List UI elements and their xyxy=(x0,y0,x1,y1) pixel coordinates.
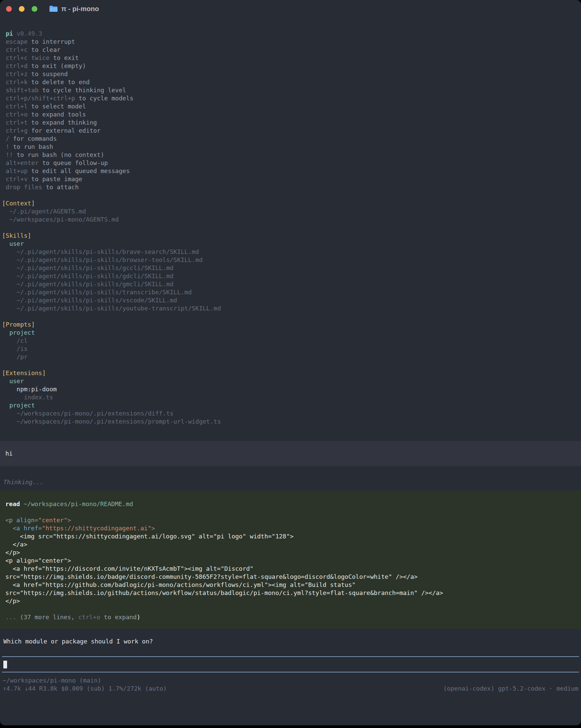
shortcut-line: ctrl+g for external editor xyxy=(2,127,581,135)
text-token: to edit all queued messages xyxy=(28,167,130,175)
shortcut-line: shift+tab to cycle thinking level xyxy=(2,86,581,94)
section-item: ~/.pi/agent/skills/pi-skills/gdcli/SKILL… xyxy=(2,272,581,280)
text-token: npm:pi-doom xyxy=(2,386,57,393)
tool-call-read: read ~/workspaces/pi-mono/README.md <p a… xyxy=(0,491,581,629)
text-token: ~/.pi/agent/skills/pi-skills/gmcli/SKILL… xyxy=(2,281,174,288)
shortcut-line: ctrl+o to expand tools xyxy=(2,110,581,119)
text-token: escape xyxy=(6,38,28,45)
section-item: /is xyxy=(2,345,581,353)
section-item: /cl xyxy=(2,337,581,345)
text-token: alt+enter xyxy=(6,159,39,166)
text-token: ctrl+t xyxy=(6,119,28,126)
code-line: <a href="https://shittycodingagent.ai"> xyxy=(5,524,576,532)
tool-call-header: read ~/workspaces/pi-mono/README.md xyxy=(5,500,576,508)
spacer xyxy=(13,30,17,37)
shortcut-line: escape to interrupt xyxy=(2,38,581,46)
text-token: ctrl+d xyxy=(6,62,28,69)
folder-icon xyxy=(49,5,58,12)
text-token: <a href="https://github.com/badlogic/pi-… xyxy=(5,581,355,588)
tool-argument-path: ~/workspaces/pi-mono/README.md xyxy=(24,500,133,508)
text-token: to run bash (no context) xyxy=(13,151,104,158)
shortcut-line: ctrl+l to select model xyxy=(2,102,581,110)
text-token: = xyxy=(38,525,42,532)
text-token: <a href="https://discord.com/invite/nKXT… xyxy=(5,565,254,572)
shortcut-help-list: escape to interruptctrl+c to clearctrl+c… xyxy=(2,38,581,191)
tool-output-code: <p align="center"> <a href="https://shit… xyxy=(5,516,576,605)
text-token: ~/workspaces/pi-mono/.pi/extensions/diff… xyxy=(2,410,174,417)
cwd-branch: ~/workspaces/pi-mono (main) xyxy=(3,676,578,684)
text-token: project xyxy=(2,329,35,336)
section-item: ~/workspaces/pi-mono/AGENTS.md xyxy=(2,215,581,224)
model-indicator: (openai-codex) gpt-5.2-codex · medium xyxy=(443,684,578,693)
terminal-window: π - pi-mono pi v0.49.3 escape to interru… xyxy=(0,0,581,725)
text-token: ctrl+o xyxy=(78,614,100,621)
text-token: to exit (empty) xyxy=(28,62,86,69)
text-token: ctrl+z xyxy=(6,70,28,77)
text-token: !! xyxy=(6,151,13,158)
shortcut-line: ctrl+p/shift+ctrl+p to cycle models xyxy=(2,94,581,102)
text-token: ~/.pi/agent/skills/pi-skills/vscode/SKIL… xyxy=(2,297,177,304)
text-token: ~/.pi/agent/skills/pi-skills/gccli/SKILL… xyxy=(2,264,174,271)
text-token: </a> xyxy=(5,541,27,548)
zoom-button[interactable] xyxy=(32,6,37,12)
section-item: project xyxy=(2,401,581,410)
text-cursor xyxy=(3,661,7,668)
section-header: [Skills] xyxy=(2,232,581,240)
text-token: to run bash xyxy=(9,143,53,150)
text-token: [Prompts] xyxy=(2,321,35,328)
minimize-button[interactable] xyxy=(19,6,25,12)
section-header: [Extensions] xyxy=(2,369,581,377)
spacer xyxy=(20,500,24,508)
text-token: for commands xyxy=(9,135,57,142)
code-line: </a> xyxy=(5,541,576,548)
text-token: ctrl+c twice xyxy=(6,54,50,61)
text-token: ~/.pi/agent/skills/pi-skills/transcribe/… xyxy=(2,289,192,296)
text-token: ) xyxy=(137,614,140,621)
text-token: to expand xyxy=(100,614,137,621)
shortcut-line: ctrl+z to suspend xyxy=(2,70,581,78)
text-token: ~/.pi/agent/skills/pi-skills/gdcli/SKILL… xyxy=(2,272,174,280)
text-token: to queue follow-up xyxy=(39,159,108,166)
thinking-indicator: Thinking... xyxy=(0,478,581,486)
text-token: src="https://img.shields.io/github/actio… xyxy=(5,589,443,596)
window-title: π - pi-mono xyxy=(61,5,99,13)
text-token: for external editor xyxy=(28,127,101,134)
token-stats: ↑4.7k ↓44 R3.8k $0.009 (sub) 1.7%/272k (… xyxy=(3,684,167,693)
text-token: ctrl+l xyxy=(6,103,28,110)
code-line: </p> xyxy=(5,548,576,556)
status-bar: ~/workspaces/pi-mono (main) ↑4.7k ↓44 R3… xyxy=(0,676,581,693)
text-token: <p align="center"> xyxy=(5,557,71,564)
text-token: align xyxy=(17,517,35,524)
close-button[interactable] xyxy=(6,6,12,12)
status-row: ↑4.7k ↓44 R3.8k $0.009 (sub) 1.7%/272k (… xyxy=(3,684,578,693)
text-token: to select model xyxy=(28,103,86,110)
text-token: ~/workspaces/pi-mono/AGENTS.md xyxy=(2,216,119,223)
text-token: </p> xyxy=(5,549,20,556)
section-item: index.ts xyxy=(2,393,581,401)
startup-banner: pi v0.49.3 escape to interruptctrl+c to … xyxy=(0,30,581,191)
text-token: to attach xyxy=(42,183,78,190)
app-version: v0.49.3 xyxy=(17,30,43,37)
session-info: [Context] ~/.pi/agent/AGENTS.md ~/worksp… xyxy=(0,199,581,425)
code-line: <p align="center"> xyxy=(5,516,576,524)
text-token: > xyxy=(152,525,155,532)
text-token: ctrl+g xyxy=(6,127,28,134)
text-token: ~/.pi/agent/AGENTS.md xyxy=(2,208,86,215)
text-token: shift+tab xyxy=(6,86,39,94)
assistant-message: Which module or package should I work on… xyxy=(0,638,581,646)
code-line: src="https://img.shields.io/badge/discor… xyxy=(5,573,576,581)
shortcut-line: ctrl+v to paste image xyxy=(2,175,581,183)
shortcut-line: drop files to attach xyxy=(2,183,581,191)
text-token: /pr xyxy=(2,353,28,360)
text-token: to cycle models xyxy=(75,95,133,102)
shortcut-line: ctrl+d to exit (empty) xyxy=(2,62,581,70)
text-token: <img src="https://shittycodingagent.ai/l… xyxy=(5,533,293,540)
window-titlebar: π - pi-mono xyxy=(0,0,581,18)
text-token: src="https://img.shields.io/badge/discor… xyxy=(5,573,418,580)
section-item: ~/.pi/agent/skills/pi-skills/browser-too… xyxy=(2,256,581,264)
text-token: ~/.pi/agent/skills/pi-skills/brave-searc… xyxy=(2,248,199,255)
text-token: "https://shittycodingagent.ai" xyxy=(42,525,151,532)
message-input[interactable] xyxy=(2,656,579,672)
text-token: project xyxy=(2,402,35,409)
code-line: <p align="center"> xyxy=(5,556,576,565)
